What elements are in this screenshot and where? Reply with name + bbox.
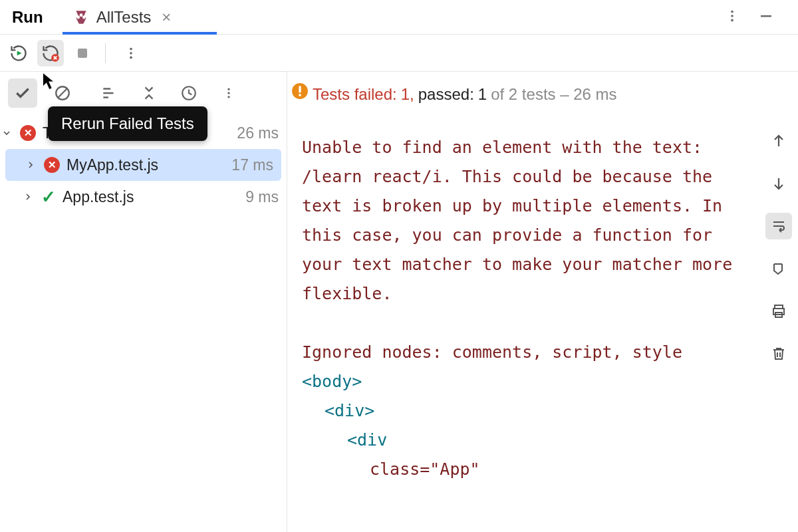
svg-point-9 xyxy=(130,47,132,50)
passed-label: passed: xyxy=(418,85,474,104)
more-vertical-icon[interactable] xyxy=(725,9,739,26)
svg-rect-8 xyxy=(78,49,87,58)
scroll-up-icon[interactable] xyxy=(765,128,792,154)
show-ignored-toggle[interactable] xyxy=(48,78,77,108)
svg-line-13 xyxy=(59,89,67,98)
history-icon[interactable] xyxy=(174,78,203,108)
svg-rect-20 xyxy=(299,94,301,96)
svg-point-17 xyxy=(227,96,229,98)
test-tree: Test Results 26 ms MyApp.test.js 17 ms ✓… xyxy=(0,114,287,532)
run-toolwindow-label: Run xyxy=(12,8,43,27)
svg-point-11 xyxy=(130,56,132,59)
fail-status-icon xyxy=(44,157,60,173)
svg-point-16 xyxy=(227,92,229,94)
toolbar-more-icon[interactable] xyxy=(118,40,144,66)
print-icon[interactable] xyxy=(765,298,792,325)
expand-all-icon[interactable] xyxy=(134,78,164,108)
close-icon[interactable]: × xyxy=(162,8,171,27)
run-config-tab[interactable]: AllTests × xyxy=(62,0,188,34)
ignored-nodes-line: Ignored nodes: comments, script, style xyxy=(302,338,751,367)
chevron-down-icon[interactable] xyxy=(0,128,13,138)
fail-status-icon xyxy=(20,125,36,141)
error-message: Unable to find an element with the text:… xyxy=(302,133,751,309)
tree-item-label: MyApp.test.js xyxy=(66,156,158,174)
summary-suffix: of 2 tests – 26 ms xyxy=(491,85,616,104)
failed-count: 1, xyxy=(401,85,414,104)
tree-item-label: App.test.js xyxy=(63,188,134,206)
svg-point-4 xyxy=(731,15,733,17)
soft-wrap-icon[interactable] xyxy=(765,213,792,239)
tree-root-time: 26 ms xyxy=(237,124,279,142)
console-side-rail xyxy=(759,72,798,532)
tooltip: Rerun Failed Tests xyxy=(48,106,207,141)
failed-label: Tests failed: xyxy=(313,85,397,104)
pass-status-icon: ✓ xyxy=(41,187,56,207)
svg-point-0 xyxy=(76,15,80,19)
trash-icon[interactable] xyxy=(765,340,792,367)
test-summary-status: Tests failed: 1, passed: 1 of 2 tests – … xyxy=(287,72,759,114)
minimize-icon[interactable] xyxy=(758,8,774,27)
svg-point-10 xyxy=(130,52,132,55)
passed-count: 1 xyxy=(478,85,487,104)
svg-rect-19 xyxy=(299,86,301,92)
html-class-attr: class="App" xyxy=(302,455,751,484)
rerun-button[interactable] xyxy=(5,40,32,66)
svg-rect-6 xyxy=(761,15,771,17)
html-div-tag: <div xyxy=(302,426,751,455)
test-output-console[interactable]: Unable to find an element with the text:… xyxy=(287,114,759,532)
svg-point-3 xyxy=(731,10,733,13)
sort-icon[interactable] xyxy=(94,78,124,108)
chevron-right-icon[interactable] xyxy=(21,192,35,202)
stop-button[interactable] xyxy=(69,40,96,66)
tree-item-time: 17 ms xyxy=(231,156,273,174)
html-body-tag: <body> xyxy=(302,367,751,396)
tree-more-icon[interactable] xyxy=(214,78,243,108)
show-passed-toggle[interactable] xyxy=(8,78,37,108)
tree-item-time: 9 ms xyxy=(245,188,279,206)
warning-icon xyxy=(291,82,309,100)
rerun-failed-button[interactable] xyxy=(37,40,64,66)
svg-point-15 xyxy=(227,88,229,90)
svg-point-2 xyxy=(82,15,86,19)
scroll-to-end-icon[interactable] xyxy=(765,255,792,282)
tab-title: AllTests xyxy=(96,8,152,27)
svg-point-5 xyxy=(731,19,733,21)
toolbar-divider xyxy=(105,43,106,63)
jest-icon xyxy=(72,9,90,26)
scroll-down-icon[interactable] xyxy=(765,170,792,197)
chevron-right-icon[interactable] xyxy=(24,160,37,170)
run-header: Run AllTests × xyxy=(0,0,798,35)
tree-item-myapp[interactable]: MyApp.test.js 17 ms xyxy=(5,149,281,181)
html-div-tag: <div> xyxy=(302,396,751,426)
tree-item-app[interactable]: ✓ App.test.js 9 ms xyxy=(0,181,287,213)
svg-point-1 xyxy=(79,13,82,17)
run-toolbar xyxy=(0,35,798,72)
